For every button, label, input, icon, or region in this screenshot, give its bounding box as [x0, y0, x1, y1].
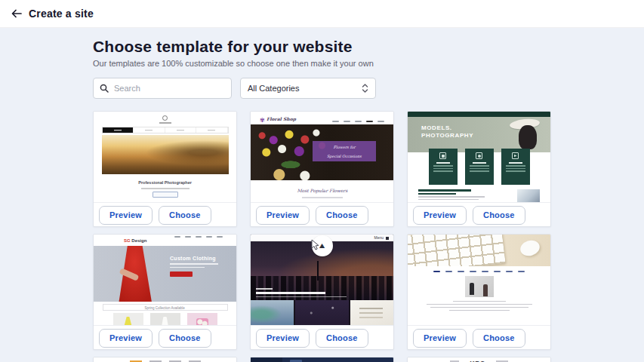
thumb-footer: Most Popular Flowers [251, 180, 393, 203]
template-thumbnail-partial-2[interactable] [251, 357, 393, 362]
thumb-nav-links [408, 271, 550, 272]
thumb-body-section [408, 185, 550, 203]
product-thumbnails [94, 313, 236, 326]
search-box[interactable] [93, 78, 232, 99]
category-select[interactable]: All Categories [240, 78, 376, 99]
sketch-thumb [350, 300, 393, 326]
template-thumbnail-city-travel[interactable]: Menu ⛰ [251, 235, 393, 326]
template-thumbnail-partial-1[interactable] [94, 357, 236, 362]
page-title: Choose template for your website [93, 38, 644, 56]
search-input[interactable] [114, 84, 212, 93]
product-pink-set [187, 313, 217, 326]
template-thumbnail-floral-shop[interactable]: ✾Floral Shop Flowers for Special Occasio… [251, 112, 393, 203]
choose-button[interactable]: Choose [473, 206, 525, 225]
app-header: Create a site [0, 0, 644, 28]
thumb-nav-links [328, 112, 384, 125]
thumb-subline [141, 188, 190, 189]
choose-button[interactable]: Choose [159, 206, 211, 225]
template-card-city-travel: Menu ⛰ Preview Choose [250, 234, 394, 350]
template-card-models-photography: MODELS. PHOTOGRAPHY Preview Choose [407, 111, 551, 227]
preview-button[interactable]: Preview [256, 206, 310, 225]
collection-strip: Spring Collection Available [103, 304, 228, 311]
template-thumbnail-sg-design[interactable]: SG Design Custom Clothing Spring Collect… [94, 235, 236, 326]
gallery-thumbnails [251, 300, 393, 326]
back-button[interactable] [8, 5, 26, 23]
template-card-partial-2 [250, 357, 394, 362]
hero-copy: Custom Clothing [170, 256, 218, 277]
office-photo [465, 276, 494, 297]
preview-button[interactable]: Preview [99, 206, 153, 225]
search-icon [100, 84, 109, 93]
template-card-keyboard-business: Preview Choose [407, 234, 551, 350]
template-card-partial-3: KPC [407, 357, 551, 362]
thumb-text-lines [408, 301, 550, 311]
footer-subline [302, 197, 343, 198]
preview-button[interactable]: Preview [256, 329, 310, 348]
card-actions: Preview Choose [251, 326, 393, 350]
choose-button[interactable]: Choose [316, 329, 368, 348]
banner-line1: Flowers for [333, 145, 355, 149]
template-thumbnail-models-photography[interactable]: MODELS. PHOTOGRAPHY [408, 112, 550, 203]
preview-button[interactable]: Preview [99, 329, 153, 348]
preview-button[interactable]: Preview [413, 206, 467, 225]
thumb-hero-image [102, 135, 229, 174]
thumb-cta-button [153, 192, 178, 198]
thumb-logo-mark [162, 115, 168, 121]
thumb-menu-label: Menu [374, 236, 384, 241]
card-actions: Preview Choose [94, 203, 236, 227]
template-thumbnail-partial-3[interactable]: KPC [408, 357, 550, 362]
mouse-shape [519, 238, 542, 258]
hero-cta-button [170, 272, 193, 277]
footer-script-text: Most Popular Flowers [297, 188, 347, 193]
choose-button[interactable]: Choose [159, 329, 211, 348]
statue-of-liberty-thumb [251, 300, 294, 326]
collection-strip-text: Spring Collection Available [145, 305, 185, 309]
hero-text-overlay [256, 288, 347, 297]
up-down-carets-icon [362, 83, 368, 94]
video-icon [512, 152, 519, 159]
thumb-heading: Professional Photographer [138, 180, 192, 185]
page-subtitle: Our templates are 100% customizable so c… [93, 59, 644, 68]
back-arrow-icon [11, 8, 23, 20]
template-thumbnail-photographer[interactable]: Professional Photographer [94, 112, 236, 203]
product-white-dress [150, 313, 180, 326]
photo-icon [476, 152, 482, 159]
template-card-sg-design: SG Design Custom Clothing Spring Collect… [93, 234, 237, 350]
thumb-banner: Flowers for Special Occasions [313, 141, 376, 161]
thumb-logo-text [159, 122, 171, 124]
feature-cards [408, 149, 550, 185]
camera-icon [439, 152, 446, 159]
circular-logo-badge: ⛰ [312, 235, 333, 256]
banner-line2: Special Occasions [327, 154, 362, 158]
logo-rest: Design [131, 238, 147, 243]
flower-logo-icon: ✾ [260, 117, 265, 124]
card-actions: Preview Choose [94, 326, 236, 350]
template-thumbnail-keyboard-business[interactable] [408, 235, 550, 326]
choose-button[interactable]: Choose [473, 329, 525, 348]
card-actions: Preview Choose [408, 203, 550, 227]
hero-heading: Custom Clothing [170, 256, 218, 261]
page-header-title: Create a site [29, 8, 94, 20]
thumb-header-bar: ✾Floral Shop [251, 112, 393, 124]
category-select-value: All Categories [248, 84, 299, 93]
preview-button[interactable]: Preview [413, 329, 467, 348]
tower-spire [317, 261, 319, 281]
thumb-header-bar: SG Design [94, 235, 236, 246]
card-actions: Preview Choose [408, 326, 550, 350]
thumb-nav-bar [102, 127, 229, 133]
mountain-logo-icon: ⛰ [319, 243, 325, 250]
thumb-hero-image: MODELS. PHOTOGRAPHY [408, 117, 550, 152]
keyboard-shape [408, 235, 506, 266]
template-card-photographer: Professional Photographer Preview Choose [93, 111, 237, 227]
choose-button[interactable]: Choose [316, 206, 368, 225]
logo-accent: SG [124, 238, 131, 243]
thumb-body-image [517, 189, 540, 203]
thumb-hero-image: Flowers for Special Occasions [251, 124, 393, 180]
menu-icon [386, 237, 389, 240]
model-figure [519, 125, 537, 149]
thumb-hero-image: Custom Clothing [94, 246, 236, 302]
card-actions: Preview Choose [251, 203, 393, 227]
thumb-logo: Floral Shop [267, 116, 296, 121]
product-yellow-dress [113, 313, 143, 326]
template-grid: Professional Photographer Preview Choose… [93, 111, 551, 362]
